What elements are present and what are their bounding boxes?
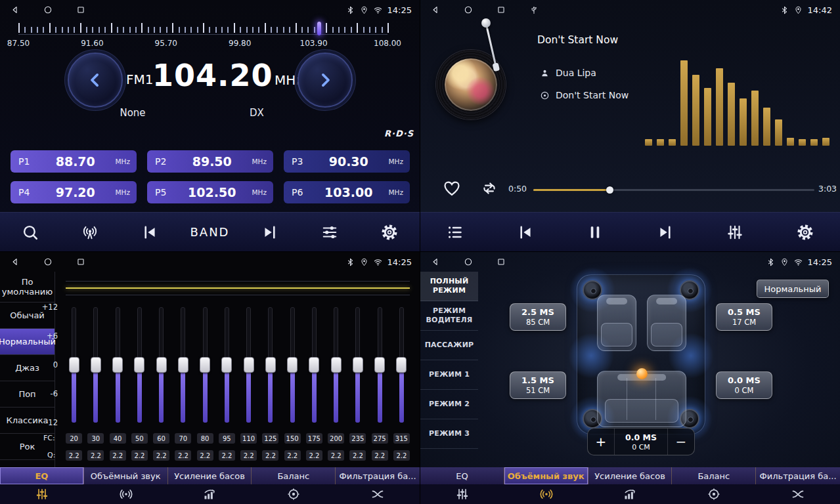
slider-handle[interactable]	[331, 357, 342, 373]
eq-band-slider[interactable]	[176, 307, 190, 423]
tune-up-button[interactable]	[298, 52, 353, 108]
eq-band-slider[interactable]	[110, 307, 125, 423]
eq-band-slider[interactable]	[285, 307, 299, 423]
slider-handle[interactable]	[134, 357, 144, 373]
slider-handle[interactable]	[91, 357, 101, 373]
eq-band-slider[interactable]	[307, 307, 321, 423]
tab-eq[interactable]: EQ	[420, 467, 504, 484]
slider-handle[interactable]	[244, 357, 254, 373]
preset-button-p2[interactable]: P2 89.50 MHz	[147, 150, 273, 173]
recents-button[interactable]	[76, 5, 85, 14]
eq-band-slider[interactable]	[67, 307, 81, 423]
sound-preset-button[interactable]: Нормальный	[757, 280, 829, 298]
home-button[interactable]	[43, 5, 53, 14]
seek-next-button[interactable]	[246, 217, 294, 248]
slider-handle[interactable]	[309, 357, 319, 373]
home-button[interactable]	[464, 5, 473, 14]
slider-handle[interactable]	[396, 357, 407, 373]
recents-button[interactable]	[76, 257, 85, 266]
slider-handle[interactable]	[112, 357, 123, 373]
preset-button-p1[interactable]: P1 88.70 MHz	[11, 150, 137, 173]
rear-left-delay-button[interactable]: 1.5 MS 51 CM	[510, 371, 566, 399]
repeat-button[interactable]	[481, 180, 498, 197]
previous-track-button[interactable]	[502, 217, 549, 248]
eq-band-slider[interactable]	[154, 307, 169, 423]
tab-bass-icon-button[interactable]	[203, 488, 216, 501]
eq-band-slider[interactable]	[263, 307, 278, 423]
tuning-indicator[interactable]	[317, 22, 321, 35]
scan-button[interactable]	[7, 217, 54, 248]
eq-band-slider[interactable]	[394, 307, 409, 423]
mode-passenger[interactable]: ПАССАЖИР	[420, 331, 478, 360]
eq-band-slider[interactable]	[219, 307, 234, 423]
recents-button[interactable]	[497, 257, 506, 266]
pause-button[interactable]	[571, 217, 619, 248]
home-button[interactable]	[43, 257, 53, 266]
delay-decrease-button[interactable]: −	[668, 429, 694, 455]
mode-1[interactable]: РЕЖИМ 1	[420, 360, 478, 390]
tab-filter[interactable]: Фильтрация ба...	[336, 467, 420, 484]
back-button[interactable]	[11, 257, 20, 266]
back-button[interactable]	[431, 5, 440, 14]
next-track-button[interactable]	[642, 217, 689, 248]
seek-bar[interactable]	[533, 185, 814, 194]
eq-band-slider[interactable]	[198, 307, 212, 423]
tab-bass-boost[interactable]: Усиление басов	[168, 467, 252, 484]
slider-handle[interactable]	[69, 357, 79, 373]
slider-handle[interactable]	[374, 357, 385, 373]
slider-handle[interactable]	[178, 357, 188, 373]
eq-band-slider[interactable]	[329, 307, 343, 423]
playlist-button[interactable]	[431, 217, 479, 248]
mode-full[interactable]: ПОЛНЫЙ РЕЖИМ	[420, 272, 478, 301]
front-right-delay-button[interactable]: 0.5 MS 17 CM	[716, 303, 772, 331]
tab-eq-icon-button[interactable]	[35, 488, 49, 501]
tab-balance[interactable]: Баланс	[672, 467, 756, 484]
tab-surround[interactable]: Объёмный звук	[504, 467, 588, 484]
eq-band-slider[interactable]	[351, 307, 365, 423]
tab-eq[interactable]: EQ	[0, 467, 84, 484]
settings-button[interactable]	[366, 217, 413, 248]
recents-button[interactable]	[497, 5, 506, 14]
tab-bass-icon-button[interactable]	[623, 488, 636, 501]
back-button[interactable]	[11, 5, 20, 14]
slider-handle[interactable]	[287, 357, 298, 373]
frequency-ruler[interactable]: 87.5091.6095.7099.80103.90108.00	[18, 22, 387, 53]
slider-handle[interactable]	[221, 357, 232, 373]
band-button[interactable]: BAND	[186, 217, 233, 248]
slider-handle[interactable]	[353, 357, 363, 373]
progress-knob[interactable]	[606, 186, 613, 194]
tab-bass-boost[interactable]: Усиление басов	[588, 467, 673, 484]
tab-surround-icon-button[interactable]	[120, 488, 133, 501]
seek-previous-button[interactable]	[126, 217, 173, 248]
settings-button[interactable]	[782, 217, 829, 248]
preset-button-p4[interactable]: P4 97.20 MHz	[11, 181, 137, 203]
slider-handle[interactable]	[265, 357, 276, 373]
mode-2[interactable]: РЕЖИМ 2	[420, 390, 478, 419]
eq-band-slider[interactable]	[372, 307, 387, 423]
favorite-button[interactable]	[443, 179, 461, 198]
preset-button-p5[interactable]: P5 102.50 MHz	[147, 181, 273, 203]
tab-surround[interactable]: Объёмный звук	[84, 467, 168, 484]
tune-down-button[interactable]	[68, 52, 123, 108]
slider-handle[interactable]	[200, 357, 210, 373]
eq-preset-default[interactable]: По умолчанию	[0, 272, 55, 303]
front-left-delay-button[interactable]: 2.5 MS 85 CM	[510, 303, 566, 331]
preset-button-p6[interactable]: P6 103.00 MHz	[284, 181, 410, 203]
rear-right-delay-button[interactable]: 0.0 MS 0 CM	[716, 371, 772, 399]
back-button[interactable]	[431, 257, 440, 266]
broadcast-button[interactable]	[66, 217, 114, 248]
equalizer-button[interactable]	[306, 217, 353, 248]
delay-increase-button[interactable]: +	[588, 429, 614, 455]
tab-balance-icon-button[interactable]	[287, 488, 300, 501]
mode-3[interactable]: РЕЖИМ 3	[420, 419, 478, 449]
slider-handle[interactable]	[156, 357, 167, 373]
tab-surround-icon-button[interactable]	[540, 488, 553, 501]
mode-driver[interactable]: РЕЖИМ ВОДИТЕЛЯ	[420, 301, 478, 331]
equalizer-button[interactable]	[711, 217, 759, 248]
home-button[interactable]	[464, 257, 473, 266]
tab-filter-icon-button[interactable]	[371, 488, 384, 501]
tab-balance-icon-button[interactable]	[707, 488, 720, 501]
listening-position-marker[interactable]	[636, 368, 648, 379]
tab-filter-icon-button[interactable]	[791, 488, 805, 501]
tab-filter[interactable]: Фильтрация ба...	[756, 467, 840, 484]
